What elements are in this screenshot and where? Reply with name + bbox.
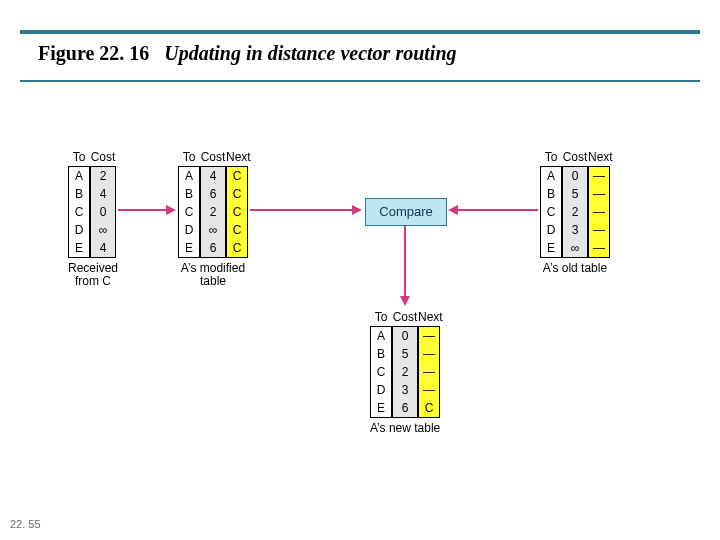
cell-to: A <box>179 167 199 185</box>
cell-next: — <box>589 167 609 185</box>
cell-next: — <box>419 381 439 399</box>
hdr-next: Next <box>418 310 440 324</box>
cell-cost: ∞ <box>563 239 587 257</box>
cell-cost: 4 <box>91 239 115 257</box>
cell-cost: 4 <box>201 167 225 185</box>
compare-box: Compare <box>365 198 447 226</box>
hdr-cost: Cost <box>392 310 418 324</box>
cell-cost: 6 <box>201 239 225 257</box>
col-next: — — — — — <box>588 166 610 258</box>
cell-next: C <box>419 399 439 417</box>
cell-to: E <box>179 239 199 257</box>
cell-cost: 2 <box>563 203 587 221</box>
hdr-cost: Cost <box>200 150 226 164</box>
arrow-received-to-modified <box>118 209 168 211</box>
hdr-next: Next <box>588 150 610 164</box>
arrow-head-icon <box>400 296 410 306</box>
cell-to: C <box>541 203 561 221</box>
arrow-old-to-compare <box>458 209 538 211</box>
cell-next: — <box>589 239 609 257</box>
cell-next: C <box>227 167 247 185</box>
col-next: C C C C C <box>226 166 248 258</box>
hdr-next: Next <box>226 150 248 164</box>
cell-cost: 5 <box>393 345 417 363</box>
cell-to: B <box>179 185 199 203</box>
cell-to: C <box>371 363 391 381</box>
cell-next: — <box>419 327 439 345</box>
cell-next: — <box>589 203 609 221</box>
cell-to: B <box>541 185 561 203</box>
cell-to: E <box>541 239 561 257</box>
hdr-cost: Cost <box>90 150 116 164</box>
diagram-stage: To Cost A B C D E 2 4 0 ∞ 4 Received fro… <box>0 100 720 520</box>
figure-caption: Updating in distance vector routing <box>164 42 456 64</box>
col-cost: 0 5 2 3 ∞ <box>562 166 588 258</box>
table-received: To Cost A B C D E 2 4 0 ∞ 4 Received fro… <box>68 150 118 288</box>
cell-next: C <box>227 221 247 239</box>
col-cost: 2 4 0 ∞ 4 <box>90 166 116 258</box>
hdr-to: To <box>540 150 562 164</box>
cell-cost: 2 <box>393 363 417 381</box>
cell-cost: 6 <box>201 185 225 203</box>
cell-cost: 6 <box>393 399 417 417</box>
cell-cost: 2 <box>91 167 115 185</box>
hdr-cost: Cost <box>562 150 588 164</box>
cell-to: A <box>69 167 89 185</box>
cell-cost: 2 <box>201 203 225 221</box>
col-cost: 4 6 2 ∞ 6 <box>200 166 226 258</box>
caption-l1: A’s old table <box>543 261 607 275</box>
caption: Received from C <box>68 262 118 288</box>
caption-l1: A’s new table <box>370 421 440 435</box>
cell-to: B <box>69 185 89 203</box>
cell-next: — <box>419 363 439 381</box>
cell-next: — <box>589 221 609 239</box>
cell-cost: ∞ <box>91 221 115 239</box>
cell-cost: 5 <box>563 185 587 203</box>
cell-cost: 4 <box>91 185 115 203</box>
arrow-head-icon <box>352 205 362 215</box>
figure-title: Figure 22. 16 Updating in distance vecto… <box>38 42 457 65</box>
cell-cost: 0 <box>563 167 587 185</box>
col-cost: 0 5 2 3 6 <box>392 326 418 418</box>
cell-cost: ∞ <box>201 221 225 239</box>
slide-number: 22. 55 <box>10 518 41 530</box>
col-next: — — — — C <box>418 326 440 418</box>
cell-to: D <box>179 221 199 239</box>
arrow-head-icon <box>166 205 176 215</box>
cell-to: E <box>69 239 89 257</box>
cell-cost: 0 <box>91 203 115 221</box>
cell-to: A <box>541 167 561 185</box>
cell-next: — <box>589 185 609 203</box>
cell-next: C <box>227 203 247 221</box>
caption: A’s modified table <box>178 262 248 288</box>
cell-next: C <box>227 185 247 203</box>
table-modified: To Cost Next A B C D E 4 6 2 ∞ 6 C C C <box>178 150 248 288</box>
cell-to: B <box>371 345 391 363</box>
hdr-to: To <box>370 310 392 324</box>
cell-next: — <box>419 345 439 363</box>
cell-to: D <box>69 221 89 239</box>
caption-l2: from C <box>75 274 111 288</box>
cell-cost: 0 <box>393 327 417 345</box>
col-to: A B C D E <box>178 166 200 258</box>
arrow-head-icon <box>448 205 458 215</box>
table-new: To Cost Next A B C D E 0 5 2 3 6 — — — <box>370 310 440 435</box>
cell-to: D <box>541 221 561 239</box>
arrow-compare-to-new <box>404 226 406 298</box>
cell-to: D <box>371 381 391 399</box>
rule-top <box>20 30 700 34</box>
cell-to: A <box>371 327 391 345</box>
rule-bottom <box>20 80 700 82</box>
col-to: A B C D E <box>370 326 392 418</box>
hdr-to: To <box>178 150 200 164</box>
cell-to: C <box>179 203 199 221</box>
cell-to: C <box>69 203 89 221</box>
caption-l1: Received <box>68 261 118 275</box>
table-old: To Cost Next A B C D E 0 5 2 3 ∞ — — — <box>540 150 610 275</box>
col-to: A B C D E <box>540 166 562 258</box>
cell-cost: 3 <box>563 221 587 239</box>
cell-cost: 3 <box>393 381 417 399</box>
caption-l2: table <box>200 274 226 288</box>
figure-number: Figure 22. 16 <box>38 42 149 64</box>
cell-next: C <box>227 239 247 257</box>
